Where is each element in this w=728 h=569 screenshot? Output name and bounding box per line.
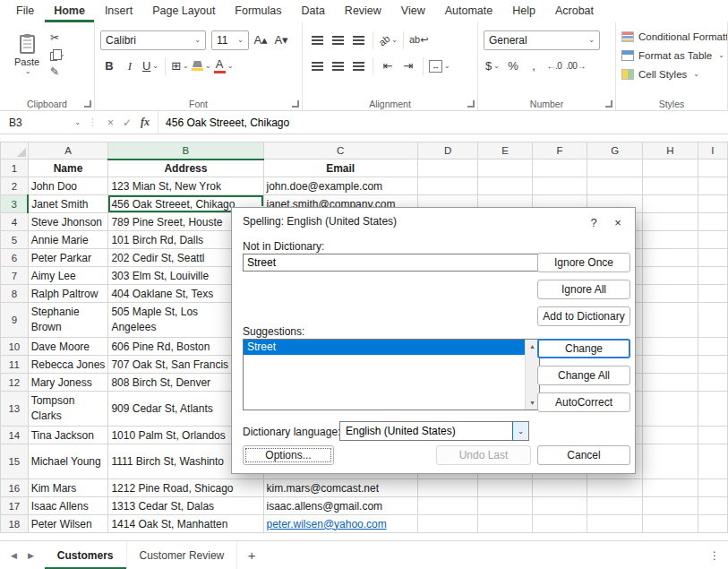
cell-B16[interactable]: 1212 Pine Road, Shicago	[108, 479, 263, 497]
cell-H8[interactable]	[643, 285, 698, 303]
percent-format-button[interactable]: %	[504, 56, 522, 76]
row-header-9[interactable]: 9	[1, 303, 29, 338]
not-in-dictionary-input[interactable]	[243, 254, 540, 272]
cell-A7[interactable]: Aimy Lee	[28, 267, 108, 285]
cell-B18[interactable]: 1414 Oak St, Manhatten	[108, 515, 263, 533]
name-box[interactable]: B3 ⌄	[0, 111, 86, 134]
cell-G18[interactable]	[587, 515, 643, 533]
cell-A13[interactable]: Tompson Clarks	[28, 392, 108, 427]
row-header-7[interactable]: 7	[1, 267, 29, 285]
column-header-D[interactable]: D	[417, 142, 477, 159]
cell-G17[interactable]	[587, 497, 643, 515]
row-header-16[interactable]: 16	[1, 479, 29, 497]
decrease-indent-button[interactable]: ⇤	[379, 56, 397, 76]
row-header-10[interactable]: 10	[1, 338, 29, 356]
cell-H17[interactable]	[643, 497, 698, 515]
cell-I4[interactable]	[698, 213, 727, 231]
row-header-13[interactable]: 13	[1, 392, 29, 427]
cell-D18[interactable]	[417, 515, 477, 533]
increase-decimal-button[interactable]: ←.0	[545, 56, 563, 76]
fill-color-button[interactable]: ⌄	[192, 56, 211, 76]
column-header-B[interactable]: B	[108, 142, 263, 159]
cell-A11[interactable]: Rebecca Jones	[28, 356, 108, 374]
cell-I1[interactable]	[698, 159, 727, 177]
add-to-dictionary-button[interactable]: Add to Dictionary	[537, 306, 630, 326]
cell-E16[interactable]	[478, 479, 533, 497]
cell-H12[interactable]	[643, 374, 698, 392]
menu-tab-data[interactable]: Data	[292, 1, 333, 22]
cell-A12[interactable]: Mary Joness	[28, 374, 108, 392]
cell-A17[interactable]: Isaac Allens	[28, 497, 108, 515]
column-header-I[interactable]: I	[698, 142, 727, 159]
cell-B2[interactable]: 123 Mian St, New Yrok	[108, 177, 263, 195]
ignore-once-button[interactable]: Ignore Once	[537, 253, 630, 272]
italic-button[interactable]: I	[121, 56, 139, 76]
format-as-table-button[interactable]: Format as Table ⌄	[621, 46, 727, 65]
wrap-text-button[interactable]: ab↩	[409, 30, 428, 50]
cell-C17[interactable]: isaac.allens@gmail.com	[263, 497, 417, 515]
cell-styles-button[interactable]: Cell Styles ⌄	[621, 65, 727, 83]
ignore-all-button[interactable]: Ignore All	[537, 280, 630, 299]
cell-H16[interactable]	[643, 479, 698, 497]
prev-sheet-icon[interactable]: ◀	[11, 551, 17, 560]
currency-format-button[interactable]: $⌄	[484, 56, 501, 76]
cell-H2[interactable]	[643, 177, 698, 195]
cell-A9[interactable]: Stephanie Brown	[28, 303, 108, 338]
cell-F1[interactable]	[532, 159, 587, 177]
font-color-button[interactable]: A⌄	[214, 56, 234, 76]
formula-enter-button[interactable]: ✓	[123, 116, 132, 129]
increase-indent-button[interactable]: ⇥	[399, 56, 417, 76]
cell-A1[interactable]: Name	[28, 159, 108, 177]
cell-H13[interactable]	[643, 392, 698, 427]
comma-format-button[interactable]: ,	[525, 56, 543, 76]
cell-F18[interactable]	[532, 515, 587, 533]
cancel-button[interactable]: Cancel	[537, 445, 630, 465]
cell-A5[interactable]: Annie Marie	[28, 231, 108, 249]
undo-last-button[interactable]: Undo Last	[436, 445, 531, 465]
cell-I11[interactable]	[698, 356, 727, 374]
underline-button[interactable]: U⌄	[141, 56, 159, 76]
menu-tab-acrobat[interactable]: Acrobat	[546, 1, 603, 22]
cell-G2[interactable]	[587, 177, 643, 195]
cell-C16[interactable]: kim.mars@comcast.net	[263, 479, 417, 497]
cell-H9[interactable]	[643, 303, 698, 338]
font-dialog-launcher-icon[interactable]	[292, 100, 299, 108]
cell-D1[interactable]	[417, 159, 477, 177]
cell-I2[interactable]	[698, 177, 727, 195]
font-name-combo[interactable]: Calibri ⌄	[100, 30, 206, 50]
column-header-F[interactable]: F	[532, 142, 587, 159]
dictionary-language-dropdown[interactable]: English (United States) ⌄	[339, 421, 529, 441]
menu-tab-automate[interactable]: Automate	[436, 1, 502, 22]
merge-center-button[interactable]: ↔⌄	[429, 56, 450, 76]
cell-I16[interactable]	[698, 479, 727, 497]
tab-more-icon[interactable]: ⋮	[701, 541, 728, 569]
row-header-5[interactable]: 5	[1, 231, 29, 249]
change-button[interactable]: Change	[537, 339, 630, 358]
autocorrect-button[interactable]: AutoCorrect	[537, 392, 630, 412]
cell-I5[interactable]	[698, 231, 727, 249]
align-right-button[interactable]	[349, 56, 367, 76]
formula-input[interactable]: 456 Oak Streeet, Chikago	[158, 111, 728, 134]
cell-I6[interactable]	[698, 249, 727, 267]
decrease-font-size-button[interactable]: A▾	[272, 30, 290, 50]
cell-H18[interactable]	[643, 515, 698, 533]
alignment-dialog-launcher-icon[interactable]	[467, 100, 475, 108]
cell-E17[interactable]	[478, 497, 533, 515]
row-header-4[interactable]: 4	[1, 213, 29, 231]
formula-cancel-button[interactable]: ×	[107, 116, 114, 129]
cell-H15[interactable]	[643, 444, 698, 479]
number-dialog-launcher-icon[interactable]	[605, 100, 612, 108]
increase-font-size-button[interactable]: A▴	[252, 30, 270, 50]
cell-H4[interactable]	[643, 213, 698, 231]
number-format-combo[interactable]: General ⌄	[484, 30, 600, 50]
column-header-H[interactable]: H	[643, 142, 698, 159]
cell-I3[interactable]	[698, 195, 727, 213]
cell-A10[interactable]: Dave Moore	[28, 338, 108, 356]
menu-tab-formulas[interactable]: Formulas	[226, 1, 290, 22]
cell-I17[interactable]	[698, 497, 727, 515]
cell-A8[interactable]: Ralph Paltrow	[28, 285, 108, 303]
cell-A15[interactable]: Michael Young	[28, 444, 108, 479]
row-header-18[interactable]: 18	[1, 515, 29, 533]
row-header-11[interactable]: 11	[1, 356, 29, 374]
cell-A14[interactable]: Tina Jackson	[28, 427, 108, 444]
